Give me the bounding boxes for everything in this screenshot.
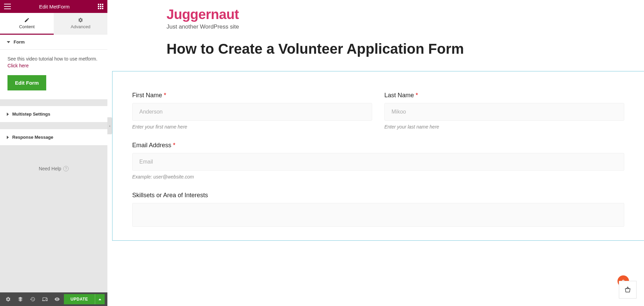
page-title: How to Create a Volunteer Application Fo…: [112, 34, 644, 71]
eye-icon: [54, 296, 60, 302]
tab-content[interactable]: Content: [0, 13, 54, 35]
caret-up-icon: [99, 299, 101, 300]
responsive-button[interactable]: [39, 294, 50, 305]
skills-input[interactable]: [132, 203, 624, 227]
form-panel-body: See this video tutorial how to use metfo…: [0, 50, 107, 99]
email-input[interactable]: [132, 153, 624, 171]
first-name-help: Enter your first name here: [132, 124, 372, 130]
form-container[interactable]: First Name * Enter your first name here …: [112, 71, 644, 241]
required-asterisk: *: [164, 92, 166, 99]
cart-button[interactable]: [619, 281, 637, 299]
form-heading[interactable]: Form: [0, 35, 107, 50]
tab-advanced-label: Advanced: [71, 24, 90, 29]
first-name-input[interactable]: [132, 103, 372, 121]
preview-button[interactable]: [52, 294, 63, 305]
basket-icon: [624, 286, 632, 294]
editor-sidebar: Edit MetForm Content Advanced Form See t…: [0, 0, 107, 306]
apps-icon[interactable]: [98, 4, 103, 9]
email-field-group: Email Address * Example: user@website.co…: [132, 142, 624, 180]
spacer: [0, 122, 107, 129]
menu-icon[interactable]: [4, 4, 11, 9]
sidebar-title: Edit MetForm: [39, 4, 70, 10]
footer-bar: UPDATE: [0, 292, 107, 306]
panel-form: Form See this video tutorial how to use …: [0, 35, 107, 99]
site-title: Juggernaut: [167, 7, 590, 22]
preview-canvas: Juggernaut Just another WordPress site H…: [112, 0, 644, 306]
skills-field-group: Skillsets or Area of Interests: [132, 192, 624, 227]
need-help-label: Need Help: [39, 166, 61, 171]
first-name-field-group: First Name * Enter your first name here: [132, 92, 372, 130]
form-row-names: First Name * Enter your first name here …: [132, 92, 624, 130]
gear-icon: [78, 17, 83, 23]
sidebar-tabs: Content Advanced: [0, 13, 107, 35]
settings-button[interactable]: [3, 294, 14, 305]
layers-icon: [18, 296, 23, 302]
chevron-down-icon: [7, 41, 10, 43]
chevron-right-icon: [7, 113, 9, 116]
tab-content-label: Content: [19, 24, 35, 29]
sidebar-fill: Need Help ?: [0, 146, 107, 292]
gear-icon: [5, 296, 11, 302]
required-asterisk: *: [173, 142, 175, 149]
required-asterisk: *: [416, 92, 418, 99]
skills-label: Skillsets or Area of Interests: [132, 192, 624, 199]
form-heading-label: Form: [14, 39, 25, 45]
last-name-input[interactable]: [384, 103, 624, 121]
site-tagline: Just another WordPress site: [167, 23, 590, 30]
multistep-label: Multistep Settings: [12, 112, 50, 117]
pencil-icon: [24, 17, 30, 23]
devices-icon: [42, 296, 48, 302]
tab-advanced[interactable]: Advanced: [54, 13, 107, 35]
update-options-button[interactable]: [95, 294, 105, 304]
email-label: Email Address *: [132, 142, 624, 149]
need-help-link[interactable]: Need Help ?: [39, 166, 69, 171]
update-group: UPDATE: [64, 294, 105, 304]
update-button[interactable]: UPDATE: [64, 294, 95, 304]
tutorial-text: See this video tutorial how to use metfo…: [7, 56, 100, 69]
history-button[interactable]: [27, 294, 38, 305]
site-header: Juggernaut Just another WordPress site: [112, 0, 644, 34]
collapse-sidebar-handle[interactable]: ‹: [107, 117, 112, 134]
chevron-right-icon: [7, 136, 9, 139]
multistep-settings-row[interactable]: Multistep Settings: [0, 106, 107, 122]
response-label: Response Message: [12, 135, 53, 140]
help-icon: ?: [63, 166, 69, 171]
response-message-row[interactable]: Response Message: [0, 129, 107, 146]
email-help: Example: user@website.com: [132, 174, 624, 180]
tutorial-link[interactable]: Click here: [7, 63, 29, 68]
last-name-help: Enter your last name here: [384, 124, 624, 130]
spacer: [0, 99, 107, 106]
last-name-label: Last Name *: [384, 92, 624, 99]
sidebar-header: Edit MetForm: [0, 0, 107, 13]
first-name-label: First Name *: [132, 92, 372, 99]
last-name-field-group: Last Name * Enter your last name here: [384, 92, 624, 130]
history-icon: [30, 296, 35, 302]
edit-form-button[interactable]: Edit Form: [7, 75, 46, 90]
navigator-button[interactable]: [15, 294, 26, 305]
